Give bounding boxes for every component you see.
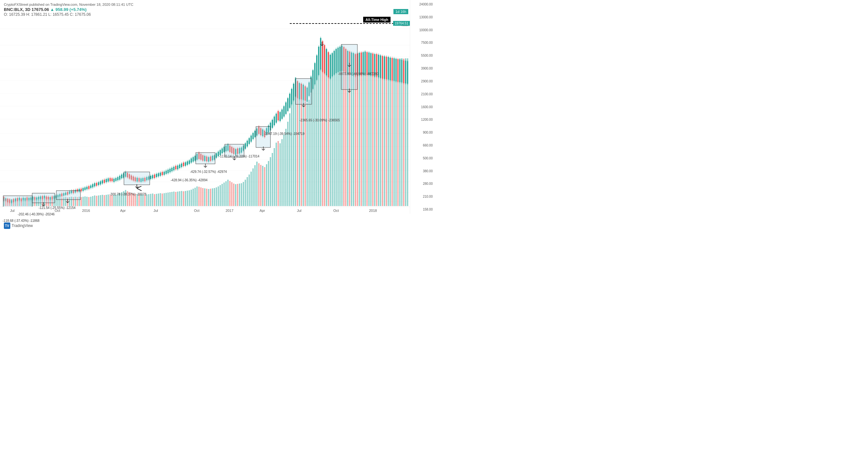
svg-rect-564: [247, 177, 248, 206]
time-oct-2016: Oct: [194, 209, 199, 213]
annotation-7: -1170.14 (-39.20%) -117014: [219, 155, 259, 158]
svg-rect-557: [233, 184, 235, 206]
price-1200: 1200.00: [411, 118, 433, 121]
svg-rect-540: [200, 187, 202, 206]
price-380: 380.00: [411, 169, 433, 173]
svg-rect-511: [144, 195, 146, 206]
tv-logo-text: TradingView: [11, 223, 33, 228]
svg-rect-554: [227, 180, 228, 206]
svg-rect-487: [98, 195, 99, 206]
svg-rect-580: [278, 141, 279, 206]
svg-rect-518: [158, 193, 159, 206]
svg-rect-481: [86, 197, 88, 206]
svg-rect-494: [112, 195, 113, 206]
svg-rect-657: [296, 79, 312, 104]
price-900: 900.00: [411, 131, 433, 134]
svg-rect-567: [252, 168, 254, 206]
svg-rect-624: [363, 60, 364, 206]
svg-rect-488: [100, 195, 101, 206]
svg-rect-599: [314, 76, 315, 206]
svg-rect-648: [3, 196, 32, 207]
svg-rect-556: [231, 182, 232, 206]
svg-rect-512: [146, 194, 148, 206]
svg-rect-578: [274, 148, 275, 206]
svg-rect-548: [216, 187, 217, 206]
svg-rect-483: [90, 197, 91, 206]
ath-label: All-Time High: [363, 17, 391, 23]
svg-rect-634: [382, 59, 383, 206]
svg-rect-630: [374, 59, 375, 206]
bracket-5: [196, 153, 215, 164]
svg-rect-572: [262, 166, 264, 206]
svg-rect-524: [169, 192, 170, 206]
svg-rect-606: [328, 60, 329, 206]
svg-rect-493: [110, 195, 111, 206]
price-2100: 2100.00: [411, 92, 433, 96]
svg-rect-576: [270, 157, 271, 206]
svg-rect-491: [105, 195, 107, 206]
svg-rect-584: [285, 129, 286, 206]
svg-rect-597: [310, 93, 312, 206]
svg-rect-643: [399, 59, 401, 206]
svg-rect-651: [56, 191, 81, 199]
bracket-9: [341, 44, 358, 90]
svg-rect-640: [394, 59, 395, 206]
svg-rect-609: [334, 59, 335, 206]
svg-rect-641: [395, 59, 397, 206]
svg-rect-637: [388, 59, 389, 206]
bracket-7: [256, 127, 271, 148]
svg-rect-522: [165, 193, 167, 206]
price-1600: 1600.00: [411, 105, 433, 109]
timeframe-badge[interactable]: 1d 16h: [394, 9, 408, 14]
svg-rect-631: [376, 60, 377, 206]
svg-rect-626: [366, 60, 368, 206]
time-apr-2016: Apr: [120, 209, 126, 213]
svg-rect-523: [167, 192, 169, 206]
svg-rect-605: [326, 55, 327, 206]
svg-rect-516: [154, 194, 155, 206]
price-2900: 2900.00: [411, 80, 433, 83]
svg-rect-531: [183, 191, 184, 206]
price-660: 660.00: [411, 144, 433, 147]
svg-rect-650: [32, 193, 55, 203]
svg-rect-636: [386, 59, 387, 206]
svg-rect-593: [303, 98, 304, 206]
svg-rect-600: [316, 66, 317, 206]
svg-rect-632: [378, 59, 379, 206]
svg-rect-489: [102, 195, 103, 206]
time-oct-2017: Oct: [333, 209, 339, 213]
svg-rect-479: [83, 197, 84, 206]
svg-rect-604: [324, 51, 325, 206]
svg-rect-581: [279, 143, 281, 206]
ohlc-values: O: 16725.39 H: 17861.21 L: 16575.45 C: 1…: [4, 12, 91, 17]
annotation-5: -428.94 (-36.35%) -42894: [170, 178, 208, 182]
tv-logo-icon: TV: [4, 222, 10, 229]
svg-rect-515: [152, 193, 153, 206]
svg-rect-530: [181, 191, 182, 206]
svg-rect-645: [403, 59, 404, 206]
svg-rect-560: [239, 184, 240, 206]
svg-rect-482: [88, 197, 90, 206]
bracket-1: [3, 196, 32, 207]
svg-rect-496: [115, 195, 117, 206]
time-2016: 2016: [82, 209, 90, 213]
svg-rect-535: [191, 190, 192, 206]
annotation-2: -202.46 (-40.39%) -20246: [18, 213, 55, 216]
time-jul-2017: Jul: [297, 209, 301, 213]
svg-rect-545: [210, 189, 211, 206]
svg-rect-627: [368, 59, 370, 206]
symbol: BNC:BLX, 3D 17675.06 ▲ 958.99 (+5.74%): [4, 7, 87, 12]
bracket-8: [296, 79, 312, 104]
svg-rect-592: [301, 95, 302, 206]
time-2018: 2018: [369, 209, 377, 213]
svg-rect-537: [194, 188, 196, 206]
svg-rect-550: [220, 185, 221, 206]
svg-rect-549: [218, 186, 219, 206]
svg-rect-527: [175, 192, 177, 206]
svg-rect-541: [202, 188, 204, 206]
price-scale: 24000.00 13000.00 10000.00 7500.00 5500.…: [410, 0, 434, 214]
price-210: 210.00: [411, 195, 433, 198]
svg-rect-492: [107, 194, 109, 206]
svg-rect-546: [212, 188, 213, 206]
svg-rect-598: [312, 85, 314, 206]
